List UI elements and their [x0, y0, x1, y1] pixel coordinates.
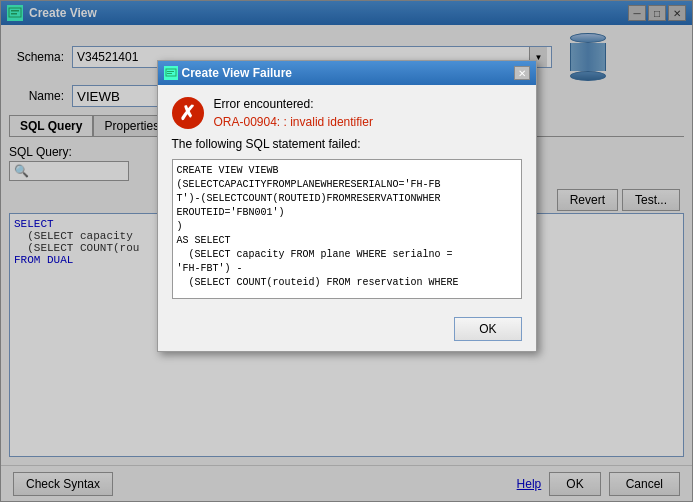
error-ok-row: OK — [158, 311, 536, 351]
error-dialog-title: Create View Failure — [182, 66, 514, 80]
error-overlay: Create View Failure ✕ ✗ Error encountere… — [0, 0, 693, 502]
svg-rect-5 — [167, 73, 172, 74]
error-close-button[interactable]: ✕ — [514, 66, 530, 80]
svg-rect-4 — [167, 71, 174, 72]
error-ok-button[interactable]: OK — [454, 317, 521, 341]
error-stmt-label: The following SQL statement failed: — [172, 137, 522, 151]
error-code: ORA-00904: : invalid identifier — [214, 115, 373, 129]
error-body: ✗ Error encountered: ORA-00904: : invali… — [158, 85, 536, 311]
error-encountered-label: Error encountered: — [214, 97, 373, 111]
error-dialog-icon — [164, 66, 178, 80]
error-dialog: Create View Failure ✕ ✗ Error encountere… — [157, 60, 537, 352]
svg-rect-3 — [166, 69, 176, 76]
error-sql-content: CREATE VIEW VIEWB(SELECTCAPACITYFROMPLAN… — [177, 164, 517, 290]
error-title-bar: Create View Failure ✕ — [158, 61, 536, 85]
error-sql-box[interactable]: CREATE VIEW VIEWB(SELECTCAPACITYFROMPLAN… — [172, 159, 522, 299]
error-x-icon: ✗ — [172, 97, 204, 129]
error-messages: Error encountered: ORA-00904: : invalid … — [214, 97, 373, 129]
error-top-row: ✗ Error encountered: ORA-00904: : invali… — [172, 97, 522, 129]
